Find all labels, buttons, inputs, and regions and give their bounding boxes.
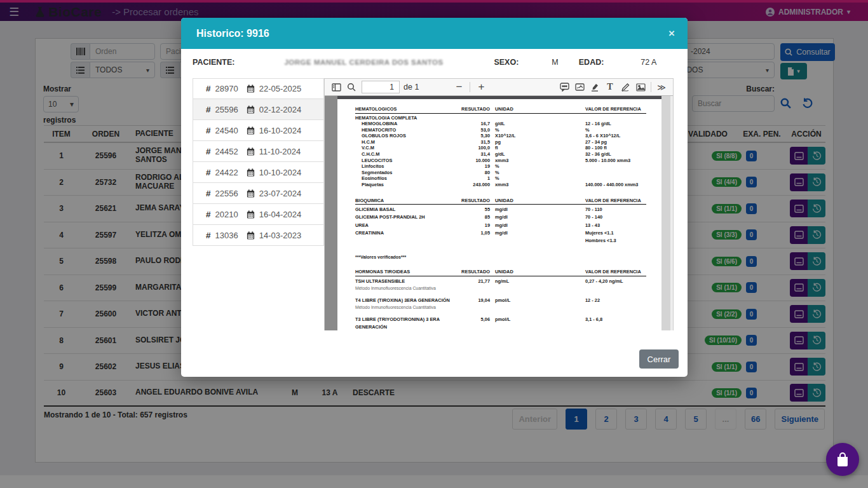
test-name: GLICEMIA POST-PRANDIAL 2H [355, 214, 458, 221]
test-unit: mg/dl [490, 214, 585, 221]
test-result: 80 [458, 170, 490, 176]
test-row: GLOBULOS ROJOS5,30X10^12/L3,6 - 6 X10^12… [355, 133, 646, 139]
col-referencia: VALOR DE REFERENCIA [585, 198, 646, 203]
history-order-number: 24452 [215, 147, 238, 156]
zoom-out-icon[interactable]: − [451, 81, 467, 93]
orders-floating-button[interactable] [826, 443, 859, 476]
section-title: BIOQUIMICA [355, 198, 458, 203]
test-row: T3 LIBRE (TRIYODOTIRONINA) 3 ERA GENERAC… [355, 316, 646, 330]
history-date: 22-05-2025 [259, 84, 302, 93]
test-name: V.C.M [355, 145, 458, 151]
pdf-scrollbar[interactable] [661, 96, 670, 330]
test-result: 1 [458, 175, 490, 182]
sexo-label: SEXO: [494, 58, 519, 67]
test-result: 53,0 [458, 127, 490, 133]
history-item[interactable]: #2445211-10-2024 [193, 141, 324, 162]
history-item[interactable]: #2021016-04-2024 [193, 204, 324, 225]
test-row: TSH ULTRASENSIBLE21,77ng/mL0,27 - 4,20 n… [355, 278, 646, 285]
history-item[interactable]: #2255623-07-2024 [193, 183, 324, 204]
calendar-icon [247, 189, 255, 198]
test-unit: g/dL [490, 151, 585, 158]
test-result: 10.000 [458, 158, 490, 164]
test-name: Plaquetas [355, 182, 458, 188]
pdf-page: HEMATOLOGICOSRESULTADOUNIDADVALOR DE REF… [337, 96, 661, 330]
hash-icon: # [206, 105, 211, 114]
test-name: Eosinofilos [355, 175, 458, 182]
test-result: 100,0 [458, 145, 490, 151]
history-item[interactable]: #2897022-05-2025 [193, 78, 324, 99]
cerrar-button[interactable]: Cerrar [639, 349, 679, 369]
draw-pencil-icon[interactable] [618, 80, 633, 94]
zoom-in-icon[interactable]: + [473, 81, 489, 93]
test-reference-2: Hombres <1.3 [585, 237, 646, 245]
history-item[interactable]: #2454016-10-2024 [193, 120, 324, 141]
paciente-label: PACIENTE: [193, 58, 234, 67]
image-tool-icon[interactable] [633, 80, 648, 94]
test-reference: Mujeres <1.1Hombres <1.3 [585, 229, 646, 245]
col-referencia: VALOR DE REFERENCIA [585, 269, 646, 274]
history-order-number: 24422 [215, 168, 238, 177]
calendar-icon [247, 126, 255, 135]
highlighter-icon[interactable] [587, 80, 602, 94]
comment-icon[interactable] [557, 80, 572, 94]
page-number-input[interactable] [362, 81, 400, 93]
bag-icon [836, 452, 850, 467]
test-row: HEMOGLOBINA16,7g/dL12 - 16 g/dL [355, 121, 646, 127]
pdf-view-area[interactable]: HEMATOLOGICOSRESULTADOUNIDADVALOR DE REF… [325, 96, 673, 330]
history-item[interactable]: #2559602-12-2024 [193, 99, 324, 120]
close-icon[interactable]: × [668, 27, 675, 40]
test-result: 21,77 [458, 278, 490, 285]
history-date: 14-03-2023 [259, 231, 302, 240]
calendar-icon [247, 168, 255, 177]
calendar-icon [247, 147, 255, 156]
sidebar-toggle-icon[interactable] [329, 80, 344, 94]
test-row: C.H.C.M31,4g/dL32 - 36 g/dL [355, 151, 646, 158]
test-result: 31,5 [458, 139, 490, 146]
test-row: H.C.M31,5pg27 - 34 pg [355, 139, 646, 146]
test-unit: xmm3 [490, 182, 585, 188]
paciente-name: JORGE MANUEL CERDEIRA DOS SANTOS [284, 58, 494, 66]
history-item[interactable]: #1303614-03-2023 [193, 225, 324, 246]
history-item[interactable]: #2442210-10-2024 [193, 162, 324, 183]
test-unit: mg/dl [490, 206, 585, 214]
test-reference: 140.000 - 440.000 xmm3 [585, 182, 646, 188]
test-reference: 13 - 43 [585, 222, 646, 229]
test-reference [585, 163, 646, 170]
test-name: Segmentados [355, 170, 458, 176]
test-reference: 5.000 - 10.000 xmm3 [585, 158, 646, 164]
lab-report: HEMATOLOGICOSRESULTADOUNIDADVALOR DE REF… [337, 99, 661, 330]
test-result: 243.000 [458, 182, 490, 188]
test-name: HEMOGLOBINA [355, 121, 458, 127]
history-date: 10-10-2024 [259, 168, 302, 177]
page-count-label: de 1 [403, 83, 419, 92]
col-resultado: RESULTADO [458, 106, 490, 112]
test-name: H.C.M [355, 139, 458, 146]
test-unit: X10^12/L [490, 133, 585, 139]
test-reference [585, 175, 646, 182]
col-referencia: VALOR DE REFERENCIA [585, 106, 646, 112]
sexo-value: M [552, 58, 558, 67]
test-result: 31,4 [458, 151, 490, 158]
history-order-number: 20210 [215, 210, 238, 219]
test-result: 1,05 [458, 229, 490, 245]
test-row: CREATININA1,05mg/dlMujeres <1.1Hombres <… [355, 229, 646, 245]
col-unidad: UNIDAD [490, 269, 585, 274]
pdf-search-icon[interactable] [344, 80, 359, 94]
signature-icon[interactable] [572, 80, 587, 94]
test-method: Método Inmunofluorescencia Cuantitativa [355, 305, 646, 310]
test-name: UREA [355, 222, 458, 229]
section-title: HORMONAS TIROIDEAS [355, 269, 458, 274]
test-result: 55 [458, 206, 490, 214]
history-order-number: 22556 [215, 189, 238, 198]
test-reference: 70 - 110 [585, 206, 646, 214]
test-reference: % [585, 127, 646, 133]
test-row: GLICEMIA POST-PRANDIAL 2H85mg/dl70 - 140 [355, 214, 646, 221]
text-tool-icon[interactable]: T [602, 80, 618, 94]
test-name: C.H.C.M [355, 151, 458, 158]
history-date: 02-12-2024 [259, 105, 302, 114]
edad-value: 72 A [641, 58, 656, 67]
test-row: T4 LIBRE (TIROXINA) 3ERA GENERACIÓN19,04… [355, 297, 646, 304]
modal-header: Historico: 9916 × [181, 18, 688, 49]
more-tools-icon[interactable]: ≫ [654, 80, 669, 94]
test-result: 16,7 [458, 121, 490, 127]
